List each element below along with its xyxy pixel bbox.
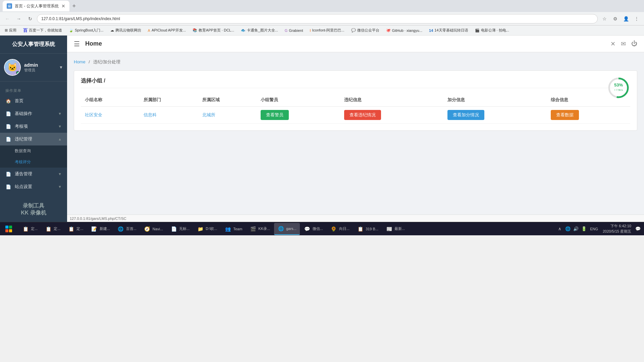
springboot-icon: 🍃 bbox=[69, 28, 73, 33]
table-body: 社区安全 信息科 北城所 查看警员 bbox=[81, 107, 630, 124]
movie-icon: 🎬 bbox=[475, 28, 480, 33]
bookmark-fish[interactable]: 🐟 卡通鱼_图片大全... bbox=[239, 27, 280, 34]
network-icon[interactable]: 🌐 bbox=[565, 226, 571, 232]
bookmark-apicloud[interactable]: A APICloud APP开发... bbox=[146, 27, 188, 34]
sidebar-footer: 录制工具 KK 录像机 bbox=[0, 197, 67, 222]
bookmark-baidu[interactable]: 百 百度一下，你就知道 bbox=[21, 27, 64, 34]
back-button[interactable]: ← bbox=[3, 14, 12, 23]
sidebar-item-notice[interactable]: 📄 通告管理 ▼ bbox=[0, 168, 67, 180]
power-icon[interactable]: ⏻ bbox=[631, 40, 637, 47]
bookmark-springboot[interactable]: 🍃 SpringBoot入门... bbox=[67, 27, 106, 34]
taskbar-item-12[interactable]: 🌻 向日... bbox=[327, 223, 353, 235]
sidebar-item-basic[interactable]: 📄 基础操作 ▼ bbox=[0, 107, 67, 120]
officers-cell: 查看警员 bbox=[257, 107, 340, 124]
settings-icon: 📄 bbox=[5, 184, 11, 190]
taskbar-icon: 🌐 bbox=[117, 226, 124, 232]
assessment-icon: 📄 bbox=[5, 123, 11, 129]
mail-icon[interactable]: ✉ bbox=[621, 40, 626, 48]
view-bonus-button[interactable]: 查看加分情况 bbox=[447, 110, 484, 120]
start-button[interactable] bbox=[3, 223, 15, 235]
taskbar-item-team[interactable]: 👥 Team bbox=[221, 223, 246, 235]
tray-chevron-icon[interactable]: ∧ bbox=[556, 226, 563, 232]
sidebar-item-settings[interactable]: 📄 站点设置 ▼ bbox=[0, 180, 67, 193]
clock-time: 下午 6:42:10 bbox=[603, 224, 631, 229]
bookmark-edu[interactable]: 📚 教育APP首页 · DCL... bbox=[191, 27, 236, 34]
submenu-data-query[interactable]: 数据查询 bbox=[0, 145, 67, 157]
taskbar-item-4[interactable]: 🌐 百首... bbox=[114, 223, 140, 235]
sidebar: 公安人事管理系统 🐱 admin 管理员 ▼ 操作菜单 🏠 首页 📄 基础操作 … bbox=[0, 36, 67, 222]
avatar: 🐱 bbox=[4, 59, 21, 76]
reload-button[interactable]: ↻ bbox=[25, 14, 35, 23]
view-officers-button[interactable]: 查看警员 bbox=[261, 110, 289, 120]
bookmark-japanese[interactable]: 14 14天零基础玩转日语 bbox=[427, 27, 470, 34]
language-button[interactable]: ENG bbox=[589, 226, 599, 232]
taskbar-item-14[interactable]: 📰 最新... bbox=[382, 223, 408, 235]
user-section: 🐱 admin 管理员 ▼ bbox=[0, 54, 67, 81]
taskbar-item-2[interactable]: 📋 定... bbox=[64, 223, 87, 235]
bookmark-apps[interactable]: ⊞ 应用 bbox=[3, 27, 18, 34]
volume-icon[interactable]: 🔊 bbox=[573, 226, 579, 232]
violation-cell: 查看违纪情况 bbox=[340, 107, 443, 124]
system-clock[interactable]: 下午 6:42:10 2020/5/15 星期五 bbox=[601, 224, 633, 234]
sidebar-item-label: 考核项 bbox=[15, 123, 28, 129]
taskbar-item-13[interactable]: 📋 319 B... bbox=[354, 223, 382, 235]
sidebar-item-assessment[interactable]: 📄 考核项 ▼ bbox=[0, 120, 67, 133]
bookmark-label: 百度一下，你就知道 bbox=[29, 28, 62, 33]
taskbar-item-1[interactable]: 📋 定... bbox=[42, 223, 64, 235]
user-role: 管理员 bbox=[24, 68, 56, 73]
submenu-assessment-score[interactable]: 考核评分 bbox=[0, 157, 67, 168]
department-link[interactable]: 信息科 bbox=[144, 112, 157, 117]
browser-tab[interactable]: 🏛 首页 - 公安人事管理系统 ✕ bbox=[3, 1, 69, 11]
bookmark-movie[interactable]: 🎬 电影公薄 · 拍电... bbox=[473, 27, 511, 34]
table-head: 小组名称 所属部门 所属区域 小组警员 违纪信息 加分信息 综合信息 bbox=[81, 94, 630, 107]
chevron-down-icon: ▼ bbox=[58, 124, 62, 128]
close-x-icon[interactable]: ✕ bbox=[610, 40, 615, 48]
taskbar-item-0[interactable]: 📋 定... bbox=[19, 223, 41, 235]
home-icon: 🏠 bbox=[5, 98, 11, 104]
taskbar-icon: 📁 bbox=[197, 226, 204, 232]
online-indicator bbox=[16, 71, 19, 74]
bookmark-github[interactable]: 🐙 GitHub · xiangyu... bbox=[384, 27, 425, 33]
extensions-icon[interactable]: ⚙ bbox=[610, 14, 620, 23]
breadcrumb-current: 违纪/加分处理 bbox=[93, 59, 121, 64]
sidebar-item-home[interactable]: 🏠 首页 bbox=[0, 95, 67, 107]
sidebar-toggle-button[interactable]: ☰ bbox=[74, 40, 80, 48]
user-expand-button[interactable]: ▼ bbox=[59, 65, 63, 70]
taskbar-item-6[interactable]: 📄 无标... bbox=[167, 223, 193, 235]
user-info: admin 管理员 bbox=[24, 62, 56, 73]
taskbar-item-5[interactable]: 🧭 Navi... bbox=[141, 223, 166, 235]
chevron-down-icon: ▼ bbox=[58, 185, 62, 189]
app-layout: 公安人事管理系统 🐱 admin 管理员 ▼ 操作菜单 🏠 首页 📄 基础操作 … bbox=[0, 36, 644, 222]
bookmark-grabient[interactable]: G Grabient bbox=[283, 28, 305, 33]
taskbar-item-3[interactable]: 📝 新建... bbox=[88, 223, 113, 235]
forward-button[interactable]: → bbox=[14, 14, 23, 23]
bookmark-tencent[interactable]: ☁ 腾讯云物联网坊 bbox=[108, 27, 143, 34]
taskbar-item-gars[interactable]: 🌐 gars... bbox=[274, 223, 300, 235]
bookmark-iconfont[interactable]: I Iconfont-阿里巴巴... bbox=[308, 27, 346, 34]
menu-icon[interactable]: ⋮ bbox=[632, 14, 641, 23]
taskbar-item-9[interactable]: 🎬 KK录... bbox=[246, 223, 273, 235]
taskbar-item-wechat[interactable]: 💬 微信... bbox=[301, 223, 326, 235]
taskbar-item-label: Team bbox=[233, 227, 242, 231]
tab-close-button[interactable]: ✕ bbox=[61, 3, 65, 9]
taskbar-item-label: 定... bbox=[31, 226, 38, 231]
bonus-cell: 查看加分情况 bbox=[443, 107, 547, 124]
violation-submenu: 数据查询 考核评分 bbox=[0, 145, 67, 168]
taskbar-item-7[interactable]: 📁 D:\软... bbox=[194, 223, 220, 235]
breadcrumb-home-link[interactable]: Home bbox=[74, 59, 86, 64]
new-tab-button[interactable]: + bbox=[69, 1, 79, 11]
sidebar-item-violation[interactable]: 📄 违纪管理 ▲ bbox=[0, 133, 67, 145]
address-input[interactable]: 127.0.0.1:81/gars/LMS.php/index/index.ht… bbox=[37, 14, 598, 23]
apps-icon: ⊞ bbox=[5, 28, 8, 33]
region-link[interactable]: 北城所 bbox=[202, 112, 215, 117]
bookmark-wechat[interactable]: 💬 微信公众平台 bbox=[349, 27, 381, 34]
view-summary-button[interactable]: 查看数据 bbox=[551, 110, 579, 120]
taskbar-icon: 🧭 bbox=[144, 226, 151, 232]
main-card: 选择小组 / 53% + 7.5K/s bbox=[74, 70, 637, 131]
profile-icon[interactable]: 👤 bbox=[621, 14, 631, 23]
bookmark-star-icon[interactable]: ☆ bbox=[600, 14, 609, 23]
notification-icon[interactable]: 💬 bbox=[635, 226, 641, 232]
group-name-link[interactable]: 社区安全 bbox=[85, 112, 102, 117]
view-violation-button[interactable]: 查看违纪情况 bbox=[344, 110, 381, 120]
fish-icon: 🐟 bbox=[241, 28, 246, 33]
